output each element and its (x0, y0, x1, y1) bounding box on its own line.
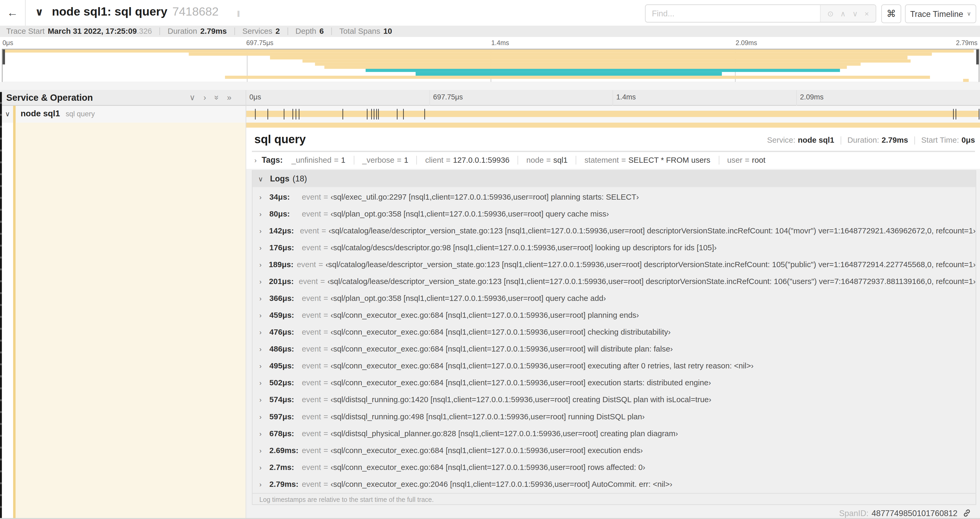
log-expand-icon[interactable]: › (259, 294, 264, 302)
log-equals: = (323, 193, 328, 201)
deep-link-icon[interactable] (963, 509, 971, 517)
find-input[interactable] (646, 5, 820, 22)
log-expand-icon[interactable]: › (259, 244, 264, 251)
collapse-one-icon[interactable]: › (204, 93, 206, 102)
log-expand-icon[interactable]: › (259, 260, 263, 268)
keyboard-shortcuts-button[interactable]: ⌘ (881, 5, 901, 23)
log-row[interactable]: ›201μs:event=‹sql/catalog/lease/descript… (252, 273, 975, 289)
log-row[interactable]: ›2.79ms:event=‹sql/conn_executor_exec.go… (252, 476, 975, 492)
span-duration-bar[interactable] (246, 111, 980, 117)
log-marker-tick (296, 109, 296, 120)
tag-value: 1 (404, 156, 408, 164)
log-marker-tick (376, 109, 377, 120)
log-expand-icon[interactable]: › (259, 396, 264, 403)
detail-column-fill (16, 123, 245, 519)
log-field-key: event (299, 277, 318, 286)
tag-item: user=root (727, 156, 765, 164)
log-row[interactable]: ›366μs:event=‹sql/plan_opt.go:358 [nsql1… (252, 289, 975, 307)
log-equals: = (323, 479, 328, 488)
log-field-key: event (300, 226, 319, 235)
log-expand-icon[interactable]: › (259, 278, 263, 285)
minimap-left-scrubber[interactable] (2, 50, 5, 64)
trace-info-label: Depth (295, 27, 316, 35)
log-timestamp: 486μs: (269, 345, 302, 353)
log-row[interactable]: ›2.7ms:event=‹sql/conn_executor_exec.go:… (252, 458, 975, 476)
tag-separator (718, 156, 719, 164)
logs-label: Logs (270, 174, 290, 184)
back-button[interactable]: ← (0, 0, 25, 26)
clear-search-icon[interactable]: × (865, 9, 869, 18)
log-equals: = (323, 327, 328, 336)
expand-all-icon[interactable]: » (212, 96, 221, 100)
log-row[interactable]: ›486μs:event=‹sql/conn_executor_exec.go:… (252, 340, 975, 357)
log-row[interactable]: ›495μs:event=‹sql/conn_executor_exec.go:… (252, 357, 975, 374)
log-row[interactable]: ›678μs:event=‹sql/distsql_physical_plann… (252, 425, 975, 442)
log-timestamp: 189μs: (269, 260, 297, 269)
logs-collapse-icon[interactable]: ∨ (258, 175, 263, 183)
minimap-span (302, 59, 910, 62)
log-row[interactable]: ›476μs:event=‹sql/conn_executor_exec.go:… (252, 324, 975, 340)
log-expand-icon[interactable]: › (259, 193, 264, 200)
log-row[interactable]: ›597μs:event=‹sql/distsql_running.go:498… (252, 408, 975, 425)
log-expand-icon[interactable]: › (259, 480, 264, 488)
log-row[interactable]: ›574μs:event=‹sql/distsql_running.go:142… (252, 391, 975, 408)
ruler-tick-label: 2.09ms (800, 93, 824, 101)
log-expand-icon[interactable]: › (259, 227, 264, 234)
log-marker-tick (378, 109, 379, 120)
detail-span-title: sql query (255, 133, 306, 146)
log-expand-icon[interactable]: › (259, 413, 264, 420)
log-expand-icon[interactable]: › (259, 430, 264, 437)
span-row-timeline (245, 106, 980, 123)
log-row[interactable]: ›34μs:event=‹sql/exec_util.go:2297 [nsql… (252, 188, 975, 205)
log-row[interactable]: ›80μs:event=‹sql/plan_opt.go:358 [nsql1,… (252, 205, 975, 222)
trace-view-selector[interactable]: Trace Timeline ∨ (905, 5, 976, 23)
detail-span-bar[interactable] (245, 123, 980, 128)
log-equals: = (323, 345, 328, 353)
log-timestamp: 2.79ms: (269, 479, 302, 488)
log-expand-icon[interactable]: › (259, 379, 264, 386)
log-timestamp: 80μs: (269, 209, 302, 218)
tags-expand-icon[interactable]: › (255, 156, 257, 163)
span-collapse-chevron-icon[interactable]: ∨ (5, 110, 10, 118)
log-field-value: ‹sql/plan_opt.go:358 [nsql1,client=127.0… (331, 294, 606, 302)
log-expand-icon[interactable]: › (259, 362, 264, 369)
log-row[interactable]: ›142μs:event=‹sql/catalog/lease/descript… (252, 222, 975, 239)
log-expand-icon[interactable]: › (259, 447, 264, 454)
log-expand-icon[interactable]: › (259, 328, 264, 335)
minimap-span (270, 56, 908, 59)
prev-match-icon[interactable]: ∧ (840, 9, 846, 18)
log-expand-icon[interactable]: › (259, 311, 264, 319)
log-expand-icon[interactable]: › (259, 463, 264, 471)
tag-item: node=sql1 (527, 156, 568, 164)
log-row[interactable]: ›502μs:event=‹sql/conn_executor_exec.go:… (252, 374, 975, 391)
log-row[interactable]: ›189μs:event=‹sql/catalog/lease/descript… (252, 256, 975, 273)
minimap-right-scrubber[interactable] (976, 50, 979, 64)
collapse-all-icon[interactable]: ∨ (189, 93, 196, 102)
logs-header[interactable]: ∨ Logs(18) (252, 171, 975, 187)
log-row[interactable]: ›176μs:event=‹sql/catalog/descs/descript… (252, 239, 975, 256)
locate-icon[interactable]: ⊙ (827, 9, 834, 18)
timeline-minimap[interactable] (2, 49, 979, 83)
log-expand-icon[interactable]: › (259, 210, 264, 217)
tag-equals: = (621, 156, 626, 164)
column-resize-grip[interactable]: ∥ (237, 10, 240, 17)
log-row[interactable]: ›459μs:event=‹sql/conn_executor_exec.go:… (252, 307, 975, 323)
log-field-key: event (302, 378, 321, 387)
span-row-service[interactable]: ∨ node sql1sql query (0, 106, 245, 123)
trace-info-item: Services2 (242, 27, 280, 35)
tag-separator (353, 156, 354, 164)
expand-one-icon[interactable]: » (227, 93, 231, 102)
tag-separator (518, 156, 518, 164)
next-match-icon[interactable]: ∨ (853, 9, 858, 18)
log-field-key: event (302, 479, 321, 488)
trace-collapse-chevron-icon[interactable]: ∨ (35, 6, 44, 19)
trace-info-label: Trace Start (6, 27, 45, 35)
log-equals: = (321, 226, 326, 235)
tags-row[interactable]: › Tags: _unfinished=1_verbose=1client=12… (255, 155, 765, 164)
tag-item: _unfinished=1 (291, 156, 345, 164)
tag-equals: = (334, 156, 339, 164)
minimap-span (2, 50, 974, 53)
log-expand-icon[interactable]: › (259, 345, 264, 352)
minimap-axis: 0μs697.75μs1.4ms2.09ms2.79ms (0, 37, 980, 49)
log-row[interactable]: ›2.69ms:event=‹sql/conn_executor_exec.go… (252, 442, 975, 458)
